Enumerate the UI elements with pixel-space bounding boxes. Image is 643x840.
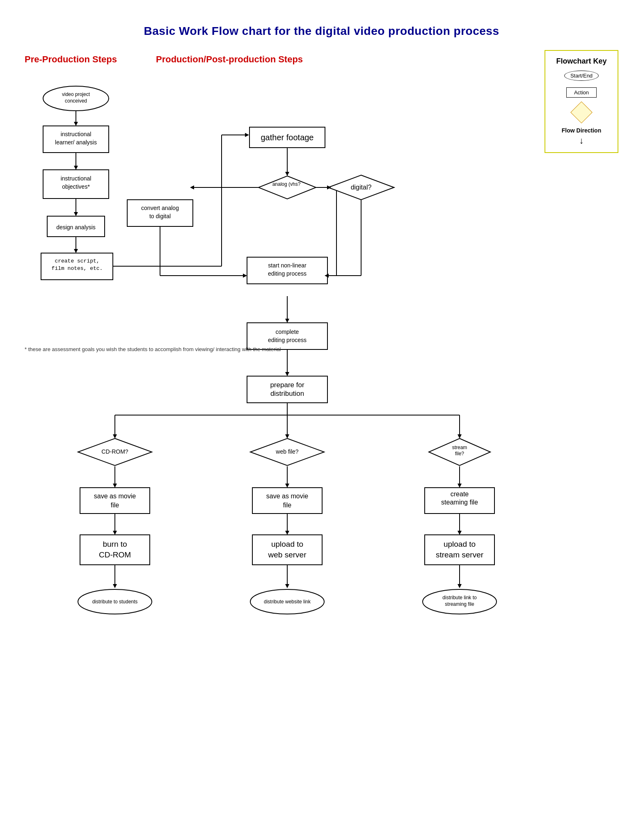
svg-marker-24 bbox=[285, 319, 289, 323]
svg-text:file: file bbox=[283, 502, 292, 509]
node-prepare-distribution: prepare for bbox=[270, 381, 304, 389]
node-gather-footage: gather footage bbox=[261, 133, 314, 142]
svg-marker-30 bbox=[113, 434, 117, 438]
svg-marker-49 bbox=[113, 584, 117, 588]
svg-text:file?: file? bbox=[455, 451, 464, 457]
svg-marker-51 bbox=[285, 584, 289, 588]
node-upload-stream: upload to bbox=[444, 540, 476, 548]
svg-marker-11 bbox=[245, 133, 249, 137]
svg-marker-53 bbox=[458, 584, 462, 588]
node-convert-analog: convert analog bbox=[141, 205, 179, 211]
svg-marker-41 bbox=[458, 484, 462, 488]
node-complete-editing: complete bbox=[276, 329, 299, 335]
svg-text:steaming file: steaming file bbox=[441, 499, 478, 506]
svg-text:stream server: stream server bbox=[436, 550, 484, 559]
svg-marker-37 bbox=[113, 484, 117, 488]
node-instructional-learner: instructional bbox=[61, 131, 92, 137]
svg-text:stream: stream bbox=[452, 445, 467, 450]
svg-marker-3 bbox=[74, 166, 78, 170]
svg-text:CD-ROM?: CD-ROM? bbox=[101, 448, 128, 455]
node-distribute-streaming: distribute link to bbox=[442, 595, 477, 600]
svg-marker-39 bbox=[285, 484, 289, 488]
svg-text:digital?: digital? bbox=[351, 184, 372, 191]
svg-text:film notes, etc.: film notes, etc. bbox=[52, 265, 103, 272]
svg-text:web file?: web file? bbox=[275, 448, 298, 455]
svg-marker-1 bbox=[74, 122, 78, 126]
svg-text:file: file bbox=[111, 502, 119, 509]
footnote: * these are assessment goals you wish th… bbox=[25, 345, 281, 354]
svg-marker-5 bbox=[74, 212, 78, 216]
node-analog-decision bbox=[259, 176, 316, 199]
node-distribute-website: distribute website link bbox=[264, 599, 311, 605]
svg-rect-87 bbox=[425, 535, 494, 565]
svg-text:to digital: to digital bbox=[149, 213, 171, 219]
svg-marker-32 bbox=[285, 434, 289, 438]
svg-text:analog (vhs?: analog (vhs? bbox=[272, 181, 301, 187]
svg-marker-45 bbox=[285, 531, 289, 535]
node-distribute-students: distribute to students bbox=[92, 599, 138, 605]
svg-rect-85 bbox=[252, 535, 322, 565]
svg-text:distribution: distribution bbox=[270, 390, 304, 397]
svg-marker-7 bbox=[74, 249, 78, 253]
svg-text:learner/ analysis: learner/ analysis bbox=[55, 139, 97, 146]
svg-marker-35 bbox=[458, 434, 462, 438]
svg-text:streaming file: streaming file bbox=[445, 601, 474, 607]
svg-text:conceived: conceived bbox=[65, 98, 87, 104]
svg-rect-83 bbox=[80, 535, 150, 565]
svg-rect-77 bbox=[80, 488, 150, 514]
pre-production-header: Pre-Production Steps bbox=[25, 54, 117, 65]
node-upload-web: upload to bbox=[271, 540, 303, 548]
svg-marker-43 bbox=[113, 531, 117, 535]
svg-marker-15 bbox=[190, 185, 194, 189]
svg-rect-79 bbox=[252, 488, 322, 514]
svg-marker-13 bbox=[285, 172, 289, 176]
node-instructional-objectives: instructional bbox=[61, 175, 92, 182]
node-save-movie-cdrom: save as movie bbox=[94, 493, 136, 500]
flowchart-svg: video project conceived instructional le… bbox=[16, 66, 591, 833]
svg-marker-26 bbox=[285, 372, 289, 376]
svg-text:CD-ROM: CD-ROM bbox=[99, 550, 131, 559]
svg-marker-20 bbox=[243, 274, 247, 278]
svg-marker-47 bbox=[458, 531, 462, 535]
node-save-movie-web: save as movie bbox=[266, 493, 308, 500]
page-title: Basic Work Flow chart for the digital vi… bbox=[0, 0, 643, 54]
node-burn-cdrom: burn to bbox=[103, 540, 127, 548]
svg-text:web server: web server bbox=[268, 550, 307, 559]
svg-text:objectives*: objectives* bbox=[62, 183, 90, 190]
node-start-nonlinear: start non-linear bbox=[268, 262, 307, 269]
svg-marker-96 bbox=[327, 185, 331, 189]
node-create-script: create script, bbox=[55, 258, 99, 264]
svg-text:editing process: editing process bbox=[268, 337, 307, 343]
key-title: Flowchart Key bbox=[554, 57, 609, 66]
node-create-streaming: create bbox=[451, 491, 469, 498]
production-header: Production/Post-production Steps bbox=[156, 54, 303, 65]
node-design-analysis: design analysis bbox=[56, 224, 96, 231]
node-video-project: video project bbox=[62, 91, 90, 97]
svg-text:editing process: editing process bbox=[268, 270, 307, 277]
